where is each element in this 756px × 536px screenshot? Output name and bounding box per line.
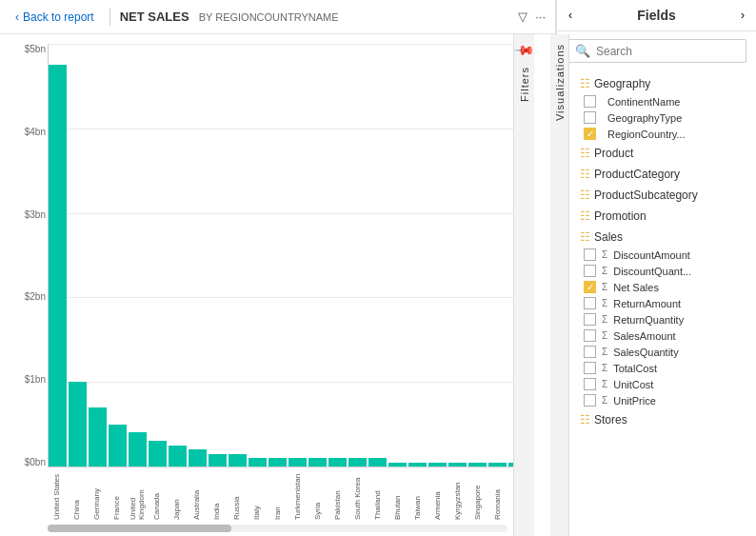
bar-wrapper[interactable] [368,44,387,467]
field-group: ▾☷GeographyContinentNameGeographyType✓Re… [557,74,756,142]
field-name: TotalCost [613,363,657,374]
field-item[interactable]: ΣTotalCost [580,360,756,376]
field-name: GeographyType [607,112,682,124]
bar [209,454,227,467]
x-label-wrap: United States [48,467,66,520]
bar-wrapper[interactable] [49,44,67,467]
field-checkbox[interactable] [584,394,596,407]
field-items: ContinentNameGeographyType✓RegionCountry… [557,93,756,142]
x-label-wrap: Australia [188,467,206,520]
bar-wrapper[interactable] [448,44,467,467]
x-label-wrap: South Korea [348,467,367,520]
field-group-header[interactable]: ›☷Stores [557,410,756,429]
bar [49,65,67,467]
field-item[interactable]: ContinentName [580,93,756,109]
y-label-3bn: $3bn [25,209,46,220]
field-item[interactable]: ΣDiscountAmount [580,247,756,263]
field-checkbox[interactable] [584,313,596,326]
field-item[interactable]: ΣSalesQuantity [580,344,756,360]
scrollbar-thumb[interactable] [48,525,231,532]
field-group: ›☷ProductCategory [557,165,756,184]
bar [229,454,247,467]
field-name: UnitCost [613,379,653,390]
x-axis-label: France [112,467,121,520]
x-axis-label: Taiwan [413,467,422,520]
bars-container [48,44,527,467]
field-checkbox[interactable] [584,362,596,374]
bar-wrapper[interactable] [89,44,107,467]
x-axis-label: Russia [232,467,241,520]
bar-wrapper[interactable] [69,44,87,467]
field-name: ContinentName [607,96,680,108]
bar-wrapper[interactable] [209,44,227,467]
field-checkbox[interactable] [584,95,596,108]
bar-wrapper[interactable] [288,44,307,467]
bar-wrapper[interactable] [249,44,267,467]
bar-wrapper[interactable] [229,44,247,467]
bar [288,458,307,467]
field-name: ReturnAmount [613,298,681,309]
field-item[interactable]: ΣReturnAmount [580,295,756,311]
field-group-header[interactable]: ›☷Promotion [557,207,756,226]
field-checkbox[interactable] [584,297,596,309]
x-axis-label: Romania [493,467,502,520]
field-item[interactable]: ✓RegionCountry... [580,126,756,142]
filters-tab[interactable]: 📌 Filters [513,34,534,536]
search-box[interactable]: 🔍 [567,39,746,63]
x-axis-label: Germany [92,467,101,520]
bar-wrapper[interactable] [328,44,347,467]
bar-wrapper[interactable] [488,44,507,467]
filter-icon[interactable]: ▽ [518,10,527,24]
field-checkbox[interactable] [584,248,596,261]
field-checkbox[interactable]: ✓ [584,128,596,140]
x-label-wrap: Singapore [468,467,487,520]
bar-wrapper[interactable] [348,44,367,467]
field-group-header[interactable]: ▾☷Geography [557,74,756,93]
nav-right-button[interactable]: › [741,9,745,22]
visualizations-tab[interactable]: Visualizations [550,34,569,536]
field-checkbox[interactable] [584,329,596,342]
bar-wrapper[interactable] [468,44,487,467]
bar-wrapper[interactable] [408,44,427,467]
field-item[interactable]: ΣUnitCost [580,376,756,392]
field-group-header[interactable]: ›☷Product [557,144,756,163]
chart-area: $5bn $4bn $3bn $2bn $1bn $0bn United Sta… [0,34,555,525]
chart-scrollbar[interactable] [48,525,507,532]
bar-wrapper[interactable] [269,44,287,467]
field-group-name: ProductCategory [594,168,680,181]
bar [249,458,267,467]
bar-wrapper[interactable] [428,44,447,467]
field-group-header[interactable]: ▾☷Sales [557,228,756,247]
bar-wrapper[interactable] [169,44,187,467]
sigma-icon: Σ [602,395,607,406]
field-checkbox[interactable] [584,378,596,390]
bar-wrapper[interactable] [308,44,327,467]
field-item[interactable]: ΣDiscountQuant... [580,263,756,279]
field-group-header[interactable]: ›☷ProductCategory [557,165,756,184]
bar-wrapper[interactable] [388,44,407,467]
field-items: ΣDiscountAmountΣDiscountQuant...✓ΣNet Sa… [557,247,756,408]
field-group-name: Stores [594,413,627,427]
field-checkbox[interactable] [584,346,596,358]
more-options-icon[interactable]: ··· [535,10,546,24]
field-name: ReturnQuantity [613,314,684,326]
bar-wrapper[interactable] [149,44,167,467]
back-button[interactable]: ‹ Back to report [10,9,100,26]
field-item[interactable]: ✓ΣNet Sales [580,279,756,295]
field-item[interactable]: GeographyType [580,109,756,126]
bar-wrapper[interactable] [109,44,127,467]
bar-wrapper[interactable] [129,44,147,467]
field-checkbox[interactable] [584,265,596,277]
field-item[interactable]: ΣUnitPrice [580,392,756,408]
field-item[interactable]: ΣReturnQuantity [580,311,756,328]
x-axis-label: Armenia [433,467,442,520]
x-label-wrap: Japan [168,467,186,520]
search-input[interactable] [596,45,738,58]
x-label-wrap: Canada [148,467,166,520]
bar-wrapper[interactable] [189,44,207,467]
field-group-header[interactable]: ›☷ProductSubcategory [557,186,756,205]
field-checkbox[interactable] [584,111,596,124]
field-item[interactable]: ΣSalesAmount [580,328,756,344]
nav-left-button[interactable]: ‹ [568,9,572,22]
field-checkbox[interactable]: ✓ [584,281,596,293]
